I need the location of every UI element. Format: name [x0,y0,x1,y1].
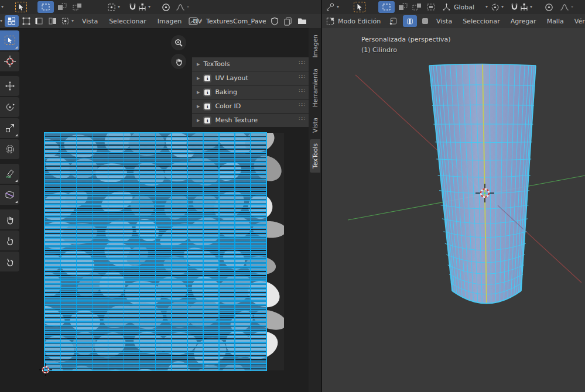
drag-dots-icon[interactable]: ∷∷ [299,60,305,66]
menu-vertice[interactable]: Vértice [573,18,585,25]
cylinder-mesh-view[interactable] [322,28,585,392]
viewport-menu-bar: Vista Seleccionar Agregar Malla Vértice … [435,14,585,28]
chevron-down-icon: ▾ [148,5,150,9]
box-select-subtract-icon [412,3,422,11]
panel-textools[interactable]: ▶ TexTools ∷∷ [192,57,309,71]
cursor-tool-button[interactable] [0,51,19,71]
editor-type-chevron[interactable]: ▾ [0,14,2,28]
box-select-set-icon [37,1,54,13]
uv-canvas[interactable]: ▶ TexTools ∷∷ ▶ i UV Layout ∷∷ ▶ i Bakin… [0,28,321,392]
uv-2d-cursor[interactable] [39,363,52,376]
mode-label: Modo Edición [337,18,382,25]
open-image-button[interactable] [297,14,307,28]
drag-dots-icon[interactable]: ∷∷ [299,102,305,108]
uv-select-face-button[interactable] [48,14,57,28]
box-select-set-icon [378,1,395,13]
menu-vista[interactable]: Vista [81,18,99,25]
orientation-axes-icon [442,2,451,12]
hand-icon [175,57,183,66]
tab-herramienta[interactable]: Herramienta [310,64,320,111]
pivot-point-dropdown[interactable]: ▾ [491,0,504,14]
relax-hand-icon [5,236,15,246]
select-mode-set-button[interactable] [378,0,395,14]
snap-controls[interactable]: ▾ [129,0,150,14]
panel-mesh-texture[interactable]: ▶ i Mesh Texture ∷∷ [192,114,309,127]
select-mode-set-button[interactable] [37,0,54,14]
annotate-tool-button[interactable] [0,164,19,184]
texture-image[interactable] [45,133,284,370]
tweak-tool-button[interactable] [0,30,19,50]
pan-button[interactable] [171,54,186,69]
snap-target-icon [520,3,528,11]
zoom-button[interactable] [171,35,186,50]
tab-imagen[interactable]: Imagen [310,30,320,62]
scale-tool-button[interactable] [0,118,19,138]
menu-agregar[interactable]: Agregar [509,18,538,25]
tweak-tool-header-button[interactable] [15,0,27,14]
editor-type-dropdown[interactable]: ▾ [1,0,4,14]
move-tool-button[interactable] [0,76,19,96]
rip-region-tool-button[interactable] [0,185,19,205]
image-name-field[interactable]: TexturesCom_Pavem... [206,14,266,28]
edge-mode-button[interactable] [403,14,417,28]
drag-dots-icon[interactable]: ∷∷ [299,88,305,94]
duplicate-image-button[interactable] [283,14,292,28]
menu-imagen[interactable]: Imagen [156,18,183,25]
panel-color-id[interactable]: ▶ i Color ID ∷∷ [192,99,309,113]
proportional-falloff-dropdown[interactable]: ▾ [176,0,189,14]
panel-label: UV Layout [215,74,248,82]
sticky-select-dropdown[interactable]: ▾ [61,14,74,28]
viewport-canvas[interactable]: Personalizada (perspectiva) (1) Cilindro [322,28,585,392]
fake-user-toggle[interactable] [271,14,279,28]
transform-tool-button[interactable] [0,139,19,159]
snap-controls[interactable]: ▾ [511,0,532,14]
falloff-curve-icon [560,3,569,12]
menu-vista[interactable]: Vista [435,18,453,25]
panel-baking[interactable]: ▶ i Baking ∷∷ [192,85,309,99]
select-mode-subtract-button[interactable] [412,0,422,14]
face-mode-button[interactable] [420,14,430,28]
panel-uv-layout[interactable]: ▶ i UV Layout ∷∷ [192,71,309,85]
select-mode-extend-button[interactable] [57,0,67,14]
menu-seleccionar[interactable]: Seleccionar [108,18,148,25]
proportional-edit-toggle[interactable] [545,0,553,14]
uv-layout-overlay[interactable] [45,133,266,370]
menu-malla[interactable]: Malla [546,18,565,25]
rotate-tool-button[interactable] [0,97,19,117]
menu-seleccionar[interactable]: Seleccionar [461,18,501,25]
falloff-curve-icon [176,3,185,12]
tab-textools[interactable]: TexTools [310,139,320,173]
image-browse-dropdown[interactable]: ▾ [189,14,202,28]
relax-tool-button[interactable] [0,231,19,250]
vertex-mode-button[interactable] [389,14,398,28]
drag-dots-icon[interactable]: ∷∷ [299,116,305,122]
uv-select-vertex-button[interactable] [22,14,32,28]
select-mode-intersect-button[interactable] [426,0,436,14]
uv-select-edge-button[interactable] [35,14,45,28]
grab-tool-button[interactable] [0,209,19,229]
face-select-icon [48,17,57,25]
pivot-point-dropdown[interactable]: ▾ [107,0,120,14]
uv-header: ▾ ▾ Vista Seleccionar Imag [0,14,321,29]
select-mode-extend-button[interactable] [398,0,408,14]
active-tool-outline [15,2,27,12]
pinch-tool-button[interactable] [0,252,19,271]
move-icon [5,81,15,91]
annotate-pen-icon [5,169,15,178]
proportional-falloff-dropdown[interactable]: ▾ [560,0,573,14]
drag-dots-icon[interactable]: ∷∷ [299,74,305,80]
proportional-edit-toggle[interactable] [162,0,170,14]
transform-orientation-dropdown[interactable]: Global ▾ [442,0,488,14]
tweak-tool-header-button[interactable] [354,0,365,14]
active-tool-settings-dropdown[interactable]: ▾ [326,0,339,14]
tab-vista[interactable]: Vista [310,114,320,137]
transform-icon [5,145,15,154]
blender-window: ▾ ▾ [0,0,585,392]
select-mode-subtract-button[interactable] [73,0,82,14]
uv-menu-bar: Vista Seleccionar Imagen UV [81,14,203,28]
scale-icon [5,123,15,133]
view-name-overlay: Personalizada (perspectiva) [361,36,451,43]
uv-sync-select-toggle[interactable] [5,14,19,28]
mode-dropdown[interactable]: Modo Edición ▾ [326,14,393,28]
chevron-down-icon: ▾ [501,5,504,9]
